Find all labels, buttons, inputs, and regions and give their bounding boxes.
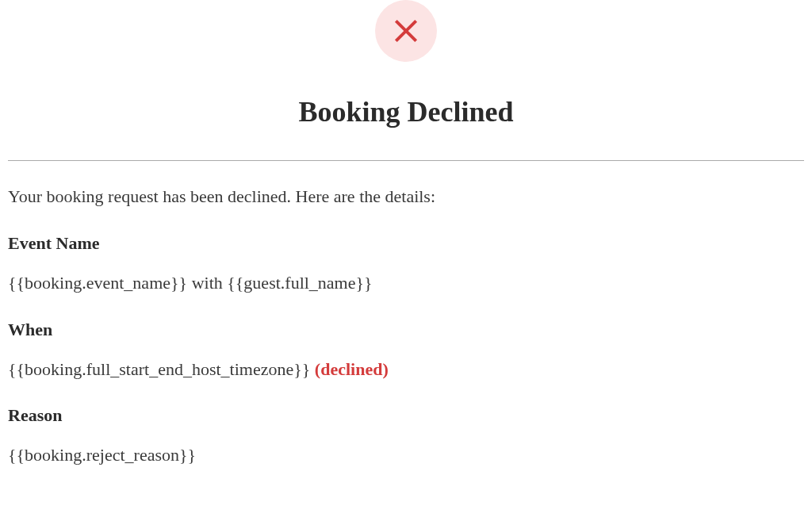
event-name-value: {{booking.event_name}} with {{guest.full… [8, 271, 804, 296]
reason-label: Reason [8, 405, 804, 426]
event-name-label: Event Name [8, 233, 804, 254]
when-label: When [8, 320, 804, 340]
declined-status-tag: (declined) [315, 359, 389, 379]
divider [8, 160, 804, 161]
intro-text: Your booking request has been declined. … [8, 185, 804, 209]
when-time-text: {{booking.full_start_end_host_timezone}} [8, 359, 310, 379]
close-icon [391, 16, 421, 46]
when-value: {{booking.full_start_end_host_timezone}}… [8, 358, 804, 382]
status-icon-circle [375, 0, 437, 62]
page-title: Booking Declined [8, 95, 804, 128]
reason-value: {{booking.reject_reason}} [8, 443, 804, 468]
